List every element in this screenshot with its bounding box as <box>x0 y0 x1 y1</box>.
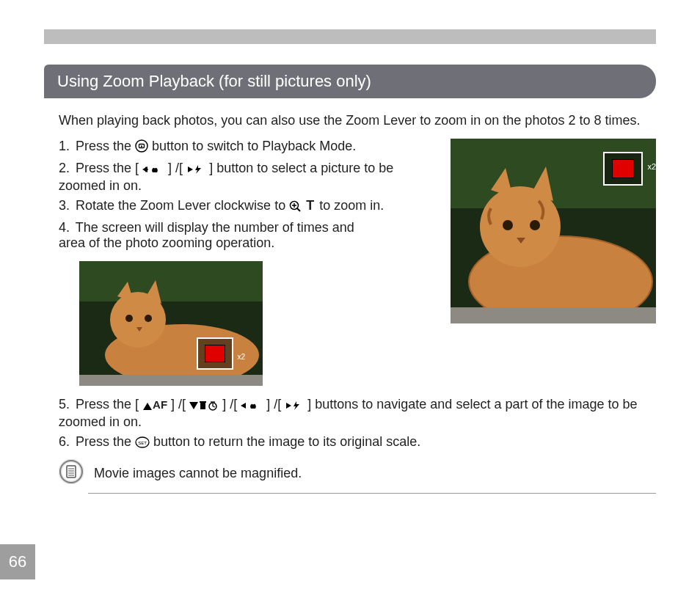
svg-point-30 <box>145 315 152 322</box>
svg-marker-43 <box>294 401 299 410</box>
step5-text-b: ] /[ <box>171 397 186 411</box>
zoom-in-icon <box>289 200 301 216</box>
right-flash-icon <box>186 163 205 178</box>
zoom-example-small: x2 <box>79 261 382 389</box>
step1-text-b: button to switch to Playback Mode. <box>152 139 356 153</box>
step-2: 2. Press the [ ] /[ ] button to select a… <box>59 161 656 194</box>
svg-point-47 <box>60 461 82 483</box>
svg-marker-18 <box>195 165 201 174</box>
svg-marker-33 <box>143 403 152 410</box>
svg-point-7 <box>503 220 513 230</box>
svg-line-39 <box>213 406 215 407</box>
step2-text-b: ] /[ <box>168 161 183 175</box>
header-bar <box>44 29 656 44</box>
svg-rect-24 <box>79 261 263 301</box>
right-flash-icon-2 <box>285 399 304 414</box>
page-number: 66 <box>0 544 35 579</box>
svg-rect-36 <box>200 401 206 403</box>
set-button-icon: SET <box>135 436 150 452</box>
step5-text-c: ] /[ <box>222 397 237 411</box>
step2-text-a: Press the [ <box>76 161 139 175</box>
step1-text-a: Press the <box>76 139 135 153</box>
svg-marker-42 <box>286 403 291 409</box>
svg-rect-35 <box>200 403 205 409</box>
step-5: 5. Press the [ AF ] /[ ] /[ ] /[ ] butto… <box>59 397 656 430</box>
step-3: 3. Rotate the Zoom Lever clockwise to T … <box>59 198 656 216</box>
step-4: 4. The screen will display the number of… <box>59 220 382 389</box>
step3-text-b: to zoom in. <box>319 198 384 213</box>
step-1: 1. Press the button to switch to Playbac… <box>59 139 656 156</box>
svg-marker-41 <box>241 403 246 409</box>
section-title: Using Zoom Playback (for still pictures … <box>44 65 656 98</box>
svg-rect-32 <box>79 375 263 386</box>
down-delete-timer-icon <box>189 399 219 414</box>
step5-text-a: Press the [ <box>76 397 139 411</box>
svg-point-29 <box>125 315 133 322</box>
left-macro-icon <box>142 163 164 178</box>
step6-text-b: button to return the image to its origin… <box>153 434 420 449</box>
svg-marker-17 <box>188 167 193 172</box>
zoom-label-small: x2 <box>237 353 245 361</box>
svg-line-22 <box>297 208 300 211</box>
note-row: Movie images cannot be magnified. <box>59 459 656 487</box>
svg-marker-16 <box>142 167 147 172</box>
step5-text-d: ] /[ <box>266 397 281 411</box>
manual-page: Using Zoom Playback (for still pictures … <box>0 0 700 600</box>
svg-point-8 <box>530 220 540 230</box>
up-af-icon <box>142 399 153 414</box>
playback-icon <box>135 139 148 156</box>
step3-text-a: Rotate the Zoom Lever clockwise to <box>76 198 289 213</box>
note-text: Movie images cannot be magnified. <box>94 466 302 481</box>
svg-marker-13 <box>141 145 143 147</box>
note-icon <box>59 459 84 487</box>
footer-rule <box>88 493 656 494</box>
svg-marker-34 <box>189 402 198 409</box>
svg-text:SET: SET <box>138 441 147 445</box>
af-label: AF <box>153 398 167 411</box>
t-label: T <box>306 198 314 213</box>
step4-text: The screen will display the number of ti… <box>59 220 354 250</box>
intro-text: When playing back photos, you can also u… <box>59 113 656 128</box>
left-macro-icon-2 <box>241 399 263 414</box>
step-6: 6. Press the SET button to return the im… <box>59 434 656 452</box>
svg-rect-10 <box>451 307 656 323</box>
step6-text-a: Press the <box>76 434 135 449</box>
svg-rect-48 <box>67 466 76 478</box>
